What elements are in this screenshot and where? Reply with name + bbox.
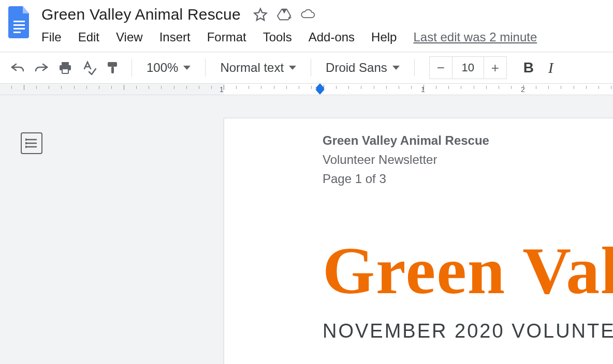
- print-button[interactable]: [55, 57, 76, 78]
- document-title[interactable]: Green Valley Animal Rescue: [38, 5, 244, 24]
- drive-add-icon[interactable]: +: [277, 7, 291, 22]
- paragraph-style-value: Normal text: [220, 60, 284, 75]
- menu-addons[interactable]: Add-ons: [309, 30, 355, 44]
- document-outline-button[interactable]: [21, 132, 42, 154]
- separator: [205, 59, 206, 77]
- menu-edit[interactable]: Edit: [78, 30, 99, 44]
- font-size-input[interactable]: [453, 57, 484, 79]
- ruler[interactable]: 1 1 2: [0, 84, 613, 95]
- svg-text:+: +: [288, 14, 291, 21]
- separator: [414, 59, 415, 77]
- separator: [132, 59, 132, 77]
- star-icon[interactable]: [253, 7, 268, 22]
- ruler-label: 1: [220, 85, 224, 94]
- spellcheck-button[interactable]: [79, 57, 99, 78]
- paint-format-button[interactable]: [103, 57, 123, 78]
- svg-point-14: [25, 143, 26, 144]
- menu-view[interactable]: View: [116, 30, 143, 44]
- ruler-label: 1: [421, 85, 425, 94]
- svg-rect-8: [108, 62, 117, 67]
- menu-tools[interactable]: Tools: [263, 30, 292, 44]
- svg-rect-5: [62, 62, 69, 65]
- svg-rect-0: [13, 21, 25, 22]
- menu-insert[interactable]: Insert: [159, 30, 191, 44]
- page-header-subtitle[interactable]: Volunteer Newsletter: [323, 150, 613, 169]
- zoom-value: 100%: [147, 60, 178, 75]
- docs-logo[interactable]: [6, 4, 33, 40]
- font-size-control: − +: [429, 56, 507, 79]
- page-header-page-number[interactable]: Page 1 of 3: [323, 169, 613, 188]
- zoom-dropdown[interactable]: 100%: [140, 57, 197, 78]
- menu-bar: File Edit View Insert Format Tools Add-o…: [38, 25, 607, 52]
- chevron-down-icon: [289, 66, 296, 70]
- svg-rect-1: [13, 24, 25, 26]
- document-page[interactable]: Green Valley Animal Rescue Volunteer New…: [224, 118, 613, 364]
- paragraph-style-dropdown[interactable]: Normal text: [214, 57, 302, 78]
- undo-button[interactable]: [7, 57, 28, 78]
- document-heading[interactable]: Green Valley: [323, 235, 613, 306]
- chevron-down-icon: [183, 66, 191, 70]
- editor-canvas[interactable]: Green Valley Animal Rescue Volunteer New…: [0, 95, 613, 364]
- ruler-label: 2: [521, 85, 525, 94]
- separator: [311, 59, 311, 77]
- italic-button[interactable]: I: [548, 59, 553, 77]
- document-subheading[interactable]: NOVEMBER 2020 VOLUNTEER NEWSLETTER: [323, 320, 613, 342]
- font-family-value: Droid Sans: [326, 60, 387, 75]
- menu-file[interactable]: File: [41, 30, 62, 44]
- svg-point-15: [25, 146, 26, 147]
- font-family-dropdown[interactable]: Droid Sans: [319, 57, 406, 78]
- svg-rect-3: [13, 32, 21, 33]
- bold-button[interactable]: B: [517, 59, 540, 76]
- svg-rect-9: [111, 67, 114, 73]
- menu-help[interactable]: Help: [371, 30, 397, 44]
- font-size-increase-button[interactable]: +: [484, 57, 506, 79]
- svg-point-13: [25, 139, 26, 140]
- chevron-down-icon: [392, 66, 400, 70]
- redo-button[interactable]: [31, 57, 52, 78]
- svg-rect-2: [13, 28, 25, 29]
- page-header-title[interactable]: Green Valley Animal Rescue: [323, 131, 613, 150]
- svg-rect-7: [62, 69, 68, 73]
- menu-format[interactable]: Format: [207, 30, 246, 44]
- cloud-saved-icon[interactable]: [301, 7, 315, 22]
- toolbar: 100% Normal text Droid Sans − + B I: [0, 52, 613, 83]
- header-bar: Green Valley Animal Rescue + File Edit V…: [0, 0, 613, 52]
- font-size-decrease-button[interactable]: −: [430, 57, 453, 79]
- last-edit-link[interactable]: Last edit was 2 minute: [413, 30, 537, 44]
